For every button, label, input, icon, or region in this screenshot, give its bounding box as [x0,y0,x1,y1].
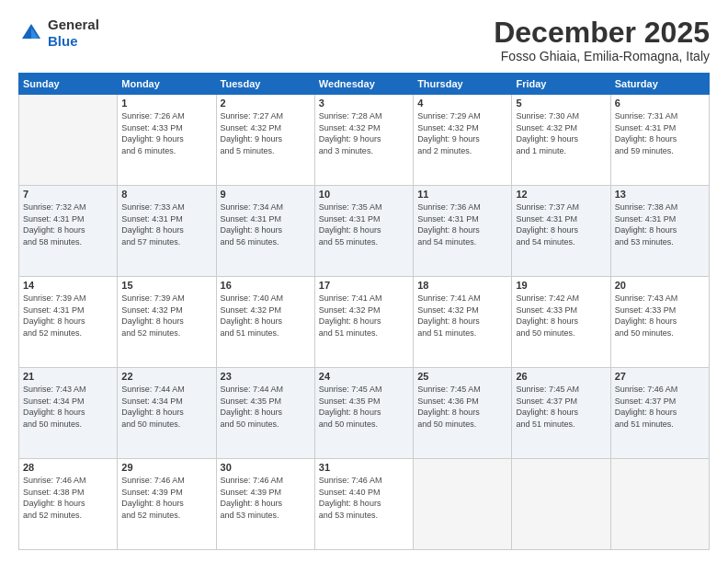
day-number: 15 [121,280,211,291]
day-info: Sunrise: 7:29 AM Sunset: 4:32 PM Dayligh… [417,110,507,156]
day-cell: 25Sunrise: 7:45 AM Sunset: 4:36 PM Dayli… [414,368,512,459]
day-number: 20 [615,280,705,291]
day-info: Sunrise: 7:37 AM Sunset: 4:31 PM Dayligh… [516,201,606,247]
day-number: 14 [23,280,113,291]
day-number: 23 [221,371,311,382]
day-info: Sunrise: 7:39 AM Sunset: 4:32 PM Dayligh… [121,293,211,339]
day-cell: 7Sunrise: 7:32 AM Sunset: 4:31 PM Daylig… [19,186,118,277]
day-cell: 13Sunrise: 7:38 AM Sunset: 4:31 PM Dayli… [610,186,709,277]
location-title: Fosso Ghiaia, Emilia-Romagna, Italy [494,49,710,63]
day-number: 29 [121,462,211,473]
day-info: Sunrise: 7:46 AM Sunset: 4:37 PM Dayligh… [615,384,705,430]
day-number: 3 [319,98,409,109]
calendar-header: Sunday Monday Tuesday Wednesday Thursday… [19,74,710,95]
day-info: Sunrise: 7:38 AM Sunset: 4:31 PM Dayligh… [615,201,705,247]
day-info: Sunrise: 7:27 AM Sunset: 4:32 PM Dayligh… [221,110,311,156]
day-cell: 6Sunrise: 7:31 AM Sunset: 4:31 PM Daylig… [610,95,709,186]
col-sunday: Sunday [19,74,118,95]
day-number: 19 [516,280,606,291]
day-number: 27 [615,371,705,382]
day-info: Sunrise: 7:42 AM Sunset: 4:33 PM Dayligh… [516,293,606,339]
col-saturday: Saturday [610,74,709,95]
day-cell: 4Sunrise: 7:29 AM Sunset: 4:32 PM Daylig… [414,95,512,186]
day-cell: 1Sunrise: 7:26 AM Sunset: 4:33 PM Daylig… [118,95,216,186]
day-number: 13 [615,189,705,200]
day-info: Sunrise: 7:28 AM Sunset: 4:32 PM Dayligh… [319,110,409,156]
title-block: December 2025 Fosso Ghiaia, Emilia-Romag… [494,17,710,63]
day-info: Sunrise: 7:40 AM Sunset: 4:32 PM Dayligh… [221,293,311,339]
day-cell: 8Sunrise: 7:33 AM Sunset: 4:31 PM Daylig… [118,186,216,277]
col-monday: Monday [118,74,216,95]
day-cell: 12Sunrise: 7:37 AM Sunset: 4:31 PM Dayli… [512,186,610,277]
day-info: Sunrise: 7:41 AM Sunset: 4:32 PM Dayligh… [417,293,507,339]
day-number: 7 [23,189,113,200]
header: General Blue December 2025 Fosso Ghiaia,… [18,17,710,63]
day-number: 11 [417,189,507,200]
col-thursday: Thursday [414,74,512,95]
page: General Blue December 2025 Fosso Ghiaia,… [0,0,728,563]
day-info: Sunrise: 7:46 AM Sunset: 4:40 PM Dayligh… [319,475,409,521]
day-number: 4 [417,98,507,109]
day-number: 12 [516,189,606,200]
day-number: 21 [23,371,113,382]
day-number: 18 [417,280,507,291]
day-number: 6 [615,98,705,109]
day-info: Sunrise: 7:35 AM Sunset: 4:31 PM Dayligh… [319,201,409,247]
day-number: 25 [417,371,507,382]
day-info: Sunrise: 7:33 AM Sunset: 4:31 PM Dayligh… [121,201,211,247]
day-cell: 11Sunrise: 7:36 AM Sunset: 4:31 PM Dayli… [414,186,512,277]
logo: General Blue [18,17,99,50]
day-cell: 28Sunrise: 7:46 AM Sunset: 4:38 PM Dayli… [19,459,118,550]
logo-icon [18,20,44,46]
logo-blue: Blue [48,33,78,49]
day-cell: 17Sunrise: 7:41 AM Sunset: 4:32 PM Dayli… [314,277,413,368]
day-info: Sunrise: 7:26 AM Sunset: 4:33 PM Dayligh… [121,110,211,156]
week-row-3: 21Sunrise: 7:43 AM Sunset: 4:34 PM Dayli… [19,368,710,459]
day-info: Sunrise: 7:45 AM Sunset: 4:35 PM Dayligh… [319,384,409,430]
day-cell: 21Sunrise: 7:43 AM Sunset: 4:34 PM Dayli… [19,368,118,459]
day-number: 8 [121,189,211,200]
day-info: Sunrise: 7:46 AM Sunset: 4:39 PM Dayligh… [221,475,311,521]
day-cell: 27Sunrise: 7:46 AM Sunset: 4:37 PM Dayli… [610,368,709,459]
day-number: 17 [319,280,409,291]
week-row-2: 14Sunrise: 7:39 AM Sunset: 4:31 PM Dayli… [19,277,710,368]
week-row-0: 1Sunrise: 7:26 AM Sunset: 4:33 PM Daylig… [19,95,710,186]
day-number: 31 [319,462,409,473]
day-info: Sunrise: 7:45 AM Sunset: 4:36 PM Dayligh… [417,384,507,430]
day-cell: 3Sunrise: 7:28 AM Sunset: 4:32 PM Daylig… [314,95,413,186]
day-info: Sunrise: 7:39 AM Sunset: 4:31 PM Dayligh… [23,293,113,339]
day-info: Sunrise: 7:30 AM Sunset: 4:32 PM Dayligh… [516,110,606,156]
day-cell: 2Sunrise: 7:27 AM Sunset: 4:32 PM Daylig… [216,95,314,186]
day-cell: 24Sunrise: 7:45 AM Sunset: 4:35 PM Dayli… [314,368,413,459]
day-cell: 9Sunrise: 7:34 AM Sunset: 4:31 PM Daylig… [216,186,314,277]
col-friday: Friday [512,74,610,95]
logo-general: General [48,17,99,32]
day-cell: 23Sunrise: 7:44 AM Sunset: 4:35 PM Dayli… [216,368,314,459]
day-number: 10 [319,189,409,200]
day-number: 9 [221,189,311,200]
day-cell: 18Sunrise: 7:41 AM Sunset: 4:32 PM Dayli… [414,277,512,368]
day-number: 30 [221,462,311,473]
calendar: Sunday Monday Tuesday Wednesday Thursday… [18,73,710,550]
col-tuesday: Tuesday [216,74,314,95]
day-cell: 5Sunrise: 7:30 AM Sunset: 4:32 PM Daylig… [512,95,610,186]
day-info: Sunrise: 7:44 AM Sunset: 4:34 PM Dayligh… [121,384,211,430]
day-cell: 26Sunrise: 7:45 AM Sunset: 4:37 PM Dayli… [512,368,610,459]
day-cell: 20Sunrise: 7:43 AM Sunset: 4:33 PM Dayli… [610,277,709,368]
day-cell: 14Sunrise: 7:39 AM Sunset: 4:31 PM Dayli… [19,277,118,368]
day-cell [19,95,118,186]
day-info: Sunrise: 7:32 AM Sunset: 4:31 PM Dayligh… [23,201,113,247]
day-info: Sunrise: 7:36 AM Sunset: 4:31 PM Dayligh… [417,201,507,247]
logo-text: General Blue [48,17,99,50]
month-title: December 2025 [494,17,710,49]
day-cell [610,459,709,550]
day-info: Sunrise: 7:46 AM Sunset: 4:39 PM Dayligh… [121,475,211,521]
day-info: Sunrise: 7:45 AM Sunset: 4:37 PM Dayligh… [516,384,606,430]
day-cell [414,459,512,550]
day-info: Sunrise: 7:43 AM Sunset: 4:34 PM Dayligh… [23,384,113,430]
day-info: Sunrise: 7:46 AM Sunset: 4:38 PM Dayligh… [23,475,113,521]
day-cell: 16Sunrise: 7:40 AM Sunset: 4:32 PM Dayli… [216,277,314,368]
day-info: Sunrise: 7:34 AM Sunset: 4:31 PM Dayligh… [221,201,311,247]
day-cell [512,459,610,550]
header-row: Sunday Monday Tuesday Wednesday Thursday… [19,74,710,95]
